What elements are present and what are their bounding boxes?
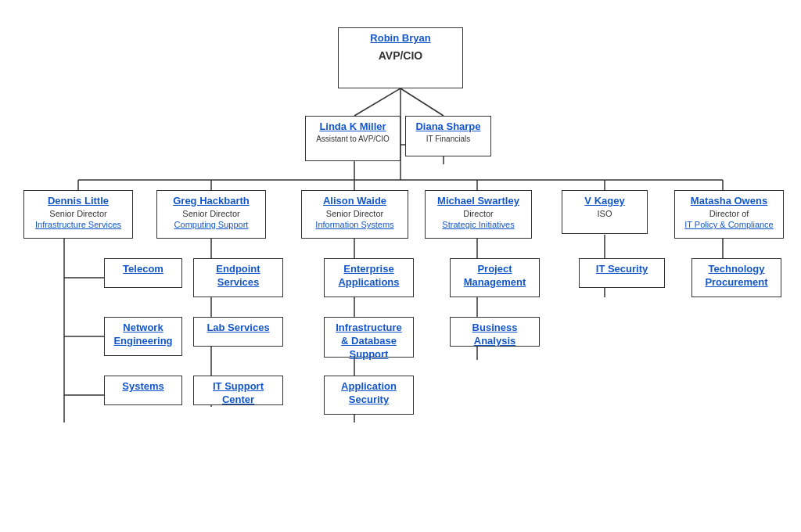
node-endpoint: Endpoint Services xyxy=(193,258,283,297)
node-systems: Systems xyxy=(104,376,182,405)
node-alison: Alison Waide Senior Director Information… xyxy=(301,190,408,239)
svg-line-0 xyxy=(354,88,400,116)
svg-line-1 xyxy=(400,88,444,116)
node-enterprise-app: Enterprise Applications xyxy=(324,258,414,297)
node-it-support: IT Support Center xyxy=(193,376,283,405)
node-robin: Robin Bryan AVP/CIO xyxy=(338,27,463,88)
node-diana: Diana Sharpe IT Financials xyxy=(405,116,491,156)
node-proj-mgmt: Project Management xyxy=(450,258,540,297)
node-infra-db: Infrastructure & Database Support xyxy=(324,317,414,358)
node-tech-proc: Technology Procurement xyxy=(691,258,781,297)
node-network-eng: Network Engineering xyxy=(104,317,182,356)
node-lab: Lab Services xyxy=(193,317,283,347)
org-chart: Robin Bryan AVP/CIO Linda K Miller Assis… xyxy=(0,0,801,532)
node-it-security: IT Security xyxy=(579,258,665,288)
node-vkagey: V Kagey ISO xyxy=(562,190,648,234)
node-linda: Linda K Miller Assistant to AVP/CIO xyxy=(305,116,400,161)
node-telecom: Telecom xyxy=(104,258,182,288)
node-app-sec: Application Security xyxy=(324,376,414,415)
node-biz-analysis: Business Analysis xyxy=(450,317,540,347)
node-greg: Greg Hackbarth Senior Director Computing… xyxy=(156,190,266,239)
node-dennis: Dennis Little Senior Director Infrastruc… xyxy=(23,190,133,239)
node-michael: Michael Swartley Director Strategic Init… xyxy=(425,190,532,239)
node-matasha: Matasha Owens Director of IT Policy & Co… xyxy=(674,190,784,239)
